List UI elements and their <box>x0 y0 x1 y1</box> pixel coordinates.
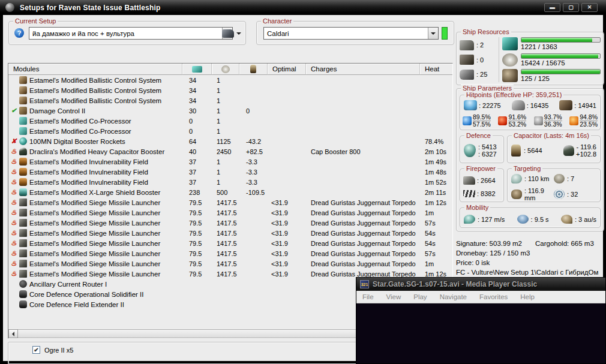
module-cpu-value: 30 <box>182 107 212 115</box>
mobility-label: Mobility <box>464 204 490 211</box>
character-combobox[interactable]: Caldari <box>263 27 439 40</box>
module-row[interactable]: Estamel's Modified Ballistic Control Sys… <box>8 85 452 95</box>
module-status-icon <box>11 168 17 175</box>
capacitor-column-icon <box>250 65 256 73</box>
module-optimal-value: <31.9 <box>268 260 306 267</box>
module-type-icon <box>19 198 27 206</box>
module-capacitor-value: 0 <box>239 107 268 115</box>
module-powergrid-value: 1417.5 <box>212 230 239 237</box>
module-row[interactable]: Estamel's Modified Siege Missile Launche… <box>8 207 452 218</box>
module-heat-value: 2m 10s <box>420 148 452 155</box>
scan-resolution-icon <box>511 189 522 199</box>
module-name: Damage Control II <box>29 107 182 115</box>
character-combobox-arrow[interactable] <box>428 28 438 39</box>
dps-value: : 2664 <box>477 177 496 184</box>
module-row[interactable]: Damage Control II 30 1 0 <box>8 106 452 116</box>
volley-icon <box>463 190 475 197</box>
eft-titlebar[interactable]: Setups for Raven State Issue Battleship … <box>0 0 606 15</box>
screen: Setups for Raven State Issue Battleship … <box>0 0 606 364</box>
resource-bar-fill <box>521 54 598 58</box>
mpc-menu-item[interactable]: Navigate <box>440 293 467 300</box>
module-row[interactable]: Estamel's Modified Invulnerability Field… <box>8 157 452 167</box>
module-powergrid-value: 1417.5 <box>212 250 239 257</box>
module-row[interactable]: Estamel's Modified Co-Processor 0 1 <box>8 116 452 126</box>
module-powergrid-value: 1417.5 <box>212 260 239 267</box>
mpc-menu-item[interactable]: View <box>386 293 401 300</box>
module-row[interactable]: Draclira's Modified Heavy Capacitor Boos… <box>8 146 452 157</box>
mpc-menu-item[interactable]: File <box>362 293 374 300</box>
resist-icon <box>534 116 543 125</box>
module-charge: Dread Guristas Juggernaut Torpedo <box>306 219 420 227</box>
module-name: Estamel's Modified Ballistic Control Sys… <box>29 97 182 104</box>
mpc-menu-item[interactable]: Play <box>413 293 427 300</box>
defence-value-2: : 6327 <box>478 151 497 158</box>
module-row[interactable]: Estamel's Modified Siege Missile Launche… <box>8 218 452 228</box>
module-row[interactable]: Estamel's Modified X-Large Shield Booste… <box>8 187 452 197</box>
modules-table-header: Modules Optimal Charges Heat <box>8 64 452 75</box>
scan-resolution-value: : 116.9 mm <box>524 187 554 201</box>
module-row[interactable]: Estamel's Modified Ballistic Control Sys… <box>8 75 452 85</box>
module-optimal-value: <31.9 <box>268 219 306 227</box>
module-cpu-value: 79.5 <box>182 199 212 206</box>
module-row[interactable]: Estamel's Modified Siege Missile Launche… <box>8 228 452 238</box>
cpu-column-icon <box>192 66 202 73</box>
module-row[interactable]: Estamel's Modified Siege Missile Launche… <box>8 238 452 248</box>
resist-item: 89.5% 57.5% <box>463 114 491 128</box>
align-time-icon <box>517 215 529 224</box>
module-heat-value: 1m 48s <box>420 169 452 176</box>
module-powergrid-value: 1125 <box>212 138 239 145</box>
scroll-left-button[interactable] <box>8 329 18 338</box>
module-type-icon <box>19 229 27 237</box>
dps-icon <box>463 176 475 185</box>
ship-parameters-group: Ship Parameters Hitpoints (Effective HP:… <box>456 88 604 231</box>
module-powergrid-value: 2450 <box>212 148 239 155</box>
module-row[interactable]: Estamel's Modified Ballistic Control Sys… <box>8 95 452 106</box>
module-optimal-value: <31.9 <box>268 230 306 237</box>
module-row[interactable]: 100MN Digital Booster Rockets 64 1125 -4… <box>8 136 452 146</box>
module-row[interactable]: Estamel's Modified Invulnerability Field… <box>8 167 452 177</box>
max-velocity-icon <box>464 215 475 224</box>
column-optimal: Optimal <box>268 64 306 75</box>
max-targets-value: : 7 <box>567 175 574 182</box>
minimize-button[interactable]: ▬ <box>544 3 560 12</box>
module-name: Estamel's Modified Invulnerability Field <box>29 158 182 166</box>
ship-tools-button[interactable] <box>222 28 244 40</box>
module-row[interactable]: Estamel's Modified Co-Processor 0 1 <box>8 126 452 136</box>
eft-app-icon <box>5 3 14 12</box>
right-panel: Ship Resources : 2 : 0 <box>456 32 604 296</box>
mpc-video-area <box>356 303 605 363</box>
module-powergrid-value: 1417.5 <box>212 219 239 227</box>
resist-item: 91.6% 53.2% <box>498 114 526 128</box>
module-row[interactable]: Estamel's Modified Invulnerability Field… <box>8 177 452 187</box>
module-cpu-value: 0 <box>182 118 212 125</box>
module-cpu-value: 34 <box>182 77 212 84</box>
setup-combobox[interactable]: йа дамажко и йа пос + вультура <box>29 27 233 40</box>
help-icon[interactable]: ? <box>14 28 24 38</box>
column-powergrid <box>212 64 239 75</box>
maximize-button[interactable]: ▢ <box>563 3 579 12</box>
module-heat-value: 57s <box>420 250 452 257</box>
module-name: Estamel's Modified Siege Missile Launche… <box>29 250 182 257</box>
module-optimal-value: <31.9 <box>268 199 306 206</box>
mpc-menu-item[interactable]: Favorites <box>479 293 508 300</box>
resist-bottom-value: 23.5% <box>580 121 598 128</box>
module-name: Estamel's Modified Co-Processor <box>29 118 182 125</box>
module-optimal-value: <31.9 <box>268 270 306 278</box>
module-cpu-value: 34 <box>182 87 212 94</box>
mpc-menu-item[interactable]: Help <box>520 293 535 300</box>
resist-bottom-value: 53.2% <box>508 121 526 128</box>
module-type-icon <box>19 239 27 247</box>
module-row[interactable]: Estamel's Modified Siege Missile Launche… <box>8 197 452 207</box>
module-row[interactable]: Estamel's Modified Siege Missile Launche… <box>8 248 452 258</box>
mpc-titlebar[interactable]: 321 Star.Gate.SG-1.s07-15.avi - Media Pl… <box>356 278 605 291</box>
module-capacitor-value: +82.5 <box>239 148 268 155</box>
close-button[interactable]: ✕ <box>581 3 598 12</box>
current-setup-label: Current Setup <box>13 17 58 25</box>
module-cpu-value: 79.5 <box>182 240 212 247</box>
module-type-icon <box>19 148 27 155</box>
resource-slot-icon <box>460 55 474 65</box>
module-row[interactable]: Estamel's Modified Siege Missile Launche… <box>8 258 452 269</box>
drone-checkbox[interactable]: ✔ <box>32 346 40 354</box>
module-type-icon <box>19 260 27 267</box>
firepower-label: Firepower <box>464 165 497 172</box>
